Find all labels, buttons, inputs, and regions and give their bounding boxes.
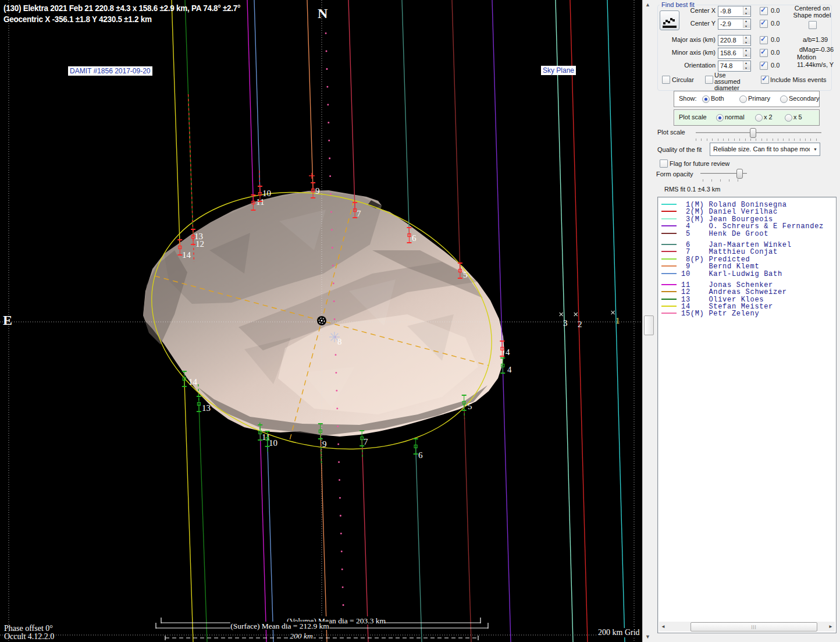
center-x-step: 0.0 (771, 7, 780, 14)
legend-item-1[interactable]: 1(M) Roland Boninsegna (658, 201, 836, 208)
chord-line-7 (348, 0, 355, 210)
chord-number-label: 14 (188, 377, 198, 386)
spinner-icon[interactable] (743, 61, 750, 70)
plot-scale-x2-label[interactable]: x 2 (764, 113, 773, 120)
circular-checkbox[interactable] (662, 76, 670, 84)
form-opacity-slider-thumb[interactable] (736, 169, 743, 179)
scroll-up-icon[interactable]: ▲ (645, 2, 650, 8)
plot-scale-label: Plot scale (679, 113, 707, 120)
legend-color-swatch (661, 244, 677, 245)
minor-axis-checkbox[interactable] (760, 49, 768, 57)
major-axis-step: 0.0 (771, 36, 780, 43)
show-both-radio[interactable] (702, 95, 710, 103)
legend-color-swatch (661, 313, 677, 314)
chord-number-label: 13 (202, 403, 211, 413)
show-secondary-radio[interactable] (780, 95, 788, 103)
uncertainty-dash (362, 445, 363, 459)
legend-item-4[interactable]: 4 O. Schreurs & E Fernandez (658, 222, 836, 229)
chord-number-label: 2 (578, 320, 582, 329)
chord-plot-svg: 14141312131111101099776655443218(Volume)… (0, 0, 642, 642)
star-path-dot (328, 122, 329, 123)
chord-line-6 (416, 446, 422, 642)
star-path-dot (342, 586, 344, 588)
chord-number-label: 12 (195, 239, 204, 249)
spinner-icon[interactable] (743, 19, 750, 28)
star-path-dot (335, 354, 337, 356)
plot-scale-slider-thumb[interactable] (750, 128, 756, 138)
show-secondary-label[interactable]: Secondary (789, 95, 820, 102)
damit-model-label[interactable]: DAMIT #1856 2017-09-20 (68, 66, 152, 76)
find-best-fit-caption: Find best fit (660, 1, 696, 8)
chord-number-label: 4 (507, 365, 512, 374)
spinner-icon[interactable] (743, 36, 750, 44)
center-y-label: Center Y (655, 20, 716, 27)
plot-scale-x5-radio[interactable] (785, 114, 792, 122)
star-path-dot (332, 247, 333, 249)
form-opacity-slider-ticks (703, 179, 746, 182)
legend-item-14[interactable]: 14 Stefan Meister (658, 303, 836, 310)
show-primary-radio[interactable] (739, 95, 747, 103)
star-path-dot (333, 300, 335, 302)
plot-scale-slider-label: Plot scale (657, 129, 685, 136)
legend-item-11[interactable]: 11 Jonas Schenker (658, 281, 836, 288)
star-path-dot (336, 407, 338, 409)
horizontal-scrollbar-thumb[interactable]: ||| (690, 622, 817, 632)
legend-item-9[interactable]: 9 Bernd Klemt (658, 263, 836, 269)
major-axis-checkbox[interactable] (760, 36, 768, 44)
scroll-right-icon[interactable]: ► (828, 624, 833, 629)
show-both-label[interactable]: Both (711, 95, 724, 102)
legend-item-13[interactable]: 13 Oliver Kloes (658, 296, 836, 303)
star-path-dot (326, 50, 328, 52)
legend-color-swatch (661, 218, 677, 219)
quality-of-fit-dropdown[interactable]: Reliable size. Can fit to shape mode ▼ (710, 143, 820, 156)
minor-axis-field[interactable]: 158.6 (718, 48, 751, 59)
legend-item-12[interactable]: 12 Andreas Schweizer (658, 288, 836, 295)
legend-item-3[interactable]: 3(M) Jean Bourgeois (658, 215, 836, 222)
star-path-dot (327, 104, 329, 106)
orientation-field[interactable]: 74.8 (718, 61, 751, 72)
legend-observer-text: 15(M) Petr Zeleny (681, 310, 759, 318)
scroll-down-icon[interactable]: ▼ (645, 634, 650, 640)
legend-item-7[interactable]: 7 Matthieu Conjat (658, 248, 836, 255)
plot-scale-normal-label[interactable]: normal (725, 113, 745, 120)
star-path-dot (338, 462, 340, 463)
sky-plane-canvas[interactable]: 14141312131111101099776655443218(Volume)… (0, 0, 642, 642)
form-opacity-label: Form opacity (656, 171, 693, 178)
legend-item-2[interactable]: 2(M) Daniel Verilhac (658, 208, 836, 215)
legend-item-5[interactable]: 5 Henk De Groot (658, 230, 836, 237)
sky-plane-label[interactable]: Sky Plane (541, 66, 576, 75)
spinner-icon[interactable] (743, 6, 750, 15)
legend-item-6[interactable]: 6 Jan-Maarten Winkel (658, 241, 836, 248)
chord-line-5 (452, 0, 460, 271)
orientation-checkbox[interactable] (760, 62, 768, 70)
use-assumed-diameter-checkbox[interactable] (705, 76, 713, 84)
center-x-field[interactable]: -9.8 (718, 6, 751, 17)
star-path-dot (330, 211, 332, 213)
scroll-left-icon[interactable]: ◄ (661, 624, 665, 629)
plot-scale-x2-radio[interactable] (755, 114, 763, 122)
legend-color-swatch (661, 233, 677, 234)
legend-item-15[interactable]: 15(M) Petr Zeleny (658, 310, 836, 317)
plot-scale-normal-radio[interactable] (716, 114, 724, 122)
centered-on-label-2: Shape model (791, 12, 833, 19)
legend-horizontal-scrollbar[interactable]: ◄ ||| ► (659, 622, 835, 632)
center-x-checkbox[interactable] (760, 7, 768, 15)
legend-item-10[interactable]: 10 Karl-Ludwig Bath (658, 270, 836, 277)
spinner-icon[interactable] (743, 48, 750, 57)
center-y-field[interactable]: -2.9 (718, 19, 751, 30)
vertical-scrollbar-thumb[interactable] (644, 315, 654, 335)
canvas-vertical-scrollbar[interactable]: ▲ ▼ (642, 0, 654, 642)
center-y-step: 0.0 (771, 20, 780, 27)
legend-color-swatch (661, 258, 677, 260)
plot-scale-slider-track[interactable] (696, 132, 821, 133)
centered-on-checkbox[interactable] (809, 21, 817, 29)
legend-item-8[interactable]: 8(P) Predicted (658, 256, 836, 263)
center-y-checkbox[interactable] (760, 20, 768, 28)
plot-scale-x5-label[interactable]: x 5 (793, 113, 802, 120)
include-miss-events-checkbox[interactable] (761, 76, 769, 84)
star-path-dot (340, 515, 341, 517)
major-axis-field[interactable]: 220.8 (718, 35, 751, 46)
flag-review-checkbox[interactable] (660, 159, 668, 168)
show-primary-label[interactable]: Primary (748, 95, 770, 102)
star-path-dot (328, 140, 330, 141)
